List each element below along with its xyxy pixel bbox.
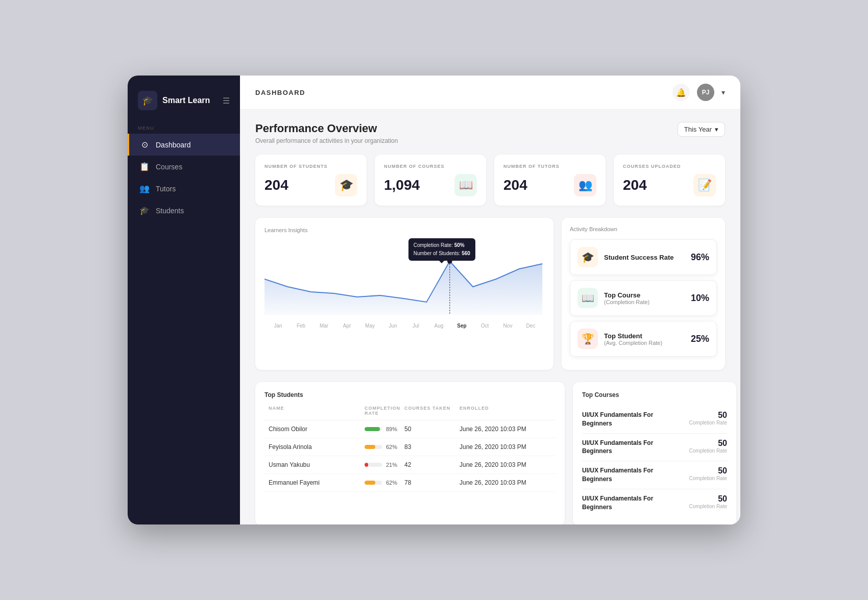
th-name: NAME [269, 406, 360, 416]
progress-fill-1 [365, 427, 380, 431]
student-enrolled-2: June 26, 2020 10:03 PM [460, 443, 551, 451]
tutors-stat-icon: 👥 [574, 174, 596, 196]
student-name-1: Chisom Obilor [269, 426, 360, 433]
progress-bg-3 [365, 463, 382, 467]
tooltip-completion-label: Completion Rate: 50% [414, 241, 470, 249]
progress-pct-4: 62% [386, 480, 400, 486]
tutors-icon: 👥 [139, 184, 150, 193]
success-rate-title: Student Success Rate [604, 254, 685, 261]
notification-button[interactable]: 🔔 [672, 84, 690, 101]
table-row: Feyisola Arinola 62% 83 June 26, 2020 10… [264, 438, 556, 456]
progress-bg-2 [365, 445, 382, 449]
student-name-4: Emmanuel Fayemi [269, 479, 360, 486]
student-enrolled-4: June 26, 2020 10:03 PM [460, 479, 551, 486]
courses-stat-icon: 📖 [454, 174, 477, 196]
user-dropdown-button[interactable]: ▾ [721, 88, 725, 96]
bottom-row: Top Students NAME COMPLETION RATE COURSE… [255, 382, 725, 524]
sidebar: 🎓 Smart Learn ☰ MENU ⊙ Dashboard 📋 Cours… [128, 76, 240, 524]
student-name-3: Usman Yakubu [269, 461, 360, 468]
progress-bg-1 [365, 427, 382, 431]
course-item-1: UI/UX Fundamentals For Beginners 50 Comp… [582, 406, 727, 434]
sidebar-item-dashboard[interactable]: ⊙ Dashboard [128, 134, 240, 156]
table-row: Emmanuel Fayemi 62% 78 June 26, 2020 10:… [264, 474, 556, 492]
progress-fill-4 [365, 481, 375, 485]
th-enrolled: ENROLLED [460, 406, 551, 416]
top-student-icon: 🏆 [577, 329, 598, 349]
uploaded-stat-bottom: 204 📝 [623, 174, 716, 196]
th-rate: COMPLETION RATE [365, 406, 400, 416]
chart-area: Completion Rate: 50% Number of Students:… [264, 238, 544, 320]
top-students-label: Top Students [264, 391, 556, 398]
chevron-down-icon: ▾ [715, 126, 718, 133]
top-course-value: 10% [691, 293, 709, 304]
success-rate-icon: 🎓 [577, 247, 598, 267]
th-courses: COURSES TAKEN [404, 406, 455, 416]
students-stat-label: NUMBER OF STUDENTS [264, 164, 357, 169]
students-icon: 🎓 [139, 206, 150, 215]
x-label-mar: Mar [312, 323, 335, 329]
student-enrolled-3: June 26, 2020 10:03 PM [460, 461, 551, 468]
student-courses-3: 42 [404, 461, 455, 468]
x-label-jan: Jan [267, 323, 290, 329]
tutors-stat-label: NUMBER OF TUTORS [503, 164, 596, 169]
charts-row: Learners Insights Completion Rate: 50% N… [255, 218, 725, 370]
progress-pct-2: 62% [386, 444, 400, 450]
performance-subtitle: Overall performance of activities in you… [255, 137, 398, 144]
course-item-2: UI/UX Fundamentals For Beginners 50 Comp… [582, 434, 727, 462]
course-rate-1: 50 Completion Rate [689, 411, 727, 426]
logo-icon: 🎓 [138, 91, 157, 110]
top-course-subtitle: (Completion Rate) [604, 299, 685, 305]
student-name-2: Feyisola Arinola [269, 443, 360, 451]
student-courses-4: 78 [404, 479, 455, 486]
sidebar-item-students[interactable]: 🎓 Students [128, 199, 240, 221]
students-stat-icon: 🎓 [335, 174, 357, 196]
sidebar-item-tutors[interactable]: 👥 Tutors [128, 178, 240, 199]
x-label-jun: Jun [381, 323, 404, 329]
students-stat-value: 204 [264, 177, 288, 193]
tooltip-students-label: Number of Students: 560 [414, 249, 470, 258]
table-row: Usman Yakubu 21% 42 June 26, 2020 10:03 … [264, 456, 556, 474]
course-rate-3: 50 Completion Rate [689, 466, 727, 481]
x-label-oct: Oct [473, 323, 496, 329]
stat-cards-container: NUMBER OF STUDENTS 204 🎓 NUMBER OF COURS… [255, 155, 725, 206]
line-chart-svg [264, 238, 544, 315]
topbar: DASHBOARD 🔔 PJ ▾ [240, 76, 740, 110]
year-selector-button[interactable]: This Year ▾ [678, 122, 725, 137]
course-item-3: UI/UX Fundamentals For Beginners 50 Comp… [582, 461, 727, 489]
progress-bg-4 [365, 481, 382, 485]
student-rate-1: 89% [365, 426, 400, 432]
progress-fill-2 [365, 445, 375, 449]
learners-insights-label: Learners Insights [264, 227, 544, 233]
sidebar-item-courses[interactable]: 📋 Courses [128, 156, 240, 178]
activity-breakdown-card: Activity Breakdown 🎓 Student Success Rat… [562, 218, 725, 370]
app-name: Smart Learn [162, 95, 210, 105]
x-label-feb: Feb [290, 323, 312, 329]
hamburger-icon[interactable]: ☰ [223, 96, 230, 106]
top-course-icon: 📖 [577, 288, 598, 308]
courses-stat-value: 1,094 [384, 177, 420, 193]
top-courses-card: Top Courses UI/UX Fundamentals For Begin… [573, 382, 736, 524]
course-item-4: UI/UX Fundamentals For Beginners 50 Comp… [582, 489, 727, 517]
uploaded-stat-label: COURSES UPLOADED [623, 164, 716, 169]
chart-tooltip: Completion Rate: 50% Number of Students:… [408, 238, 475, 261]
dashboard-icon: ⊙ [139, 140, 150, 149]
x-label-apr: Apr [335, 323, 358, 329]
course-name-2: UI/UX Fundamentals For Beginners [582, 439, 664, 456]
page-title: DASHBOARD [255, 89, 305, 96]
tutors-stat-value: 204 [503, 177, 527, 193]
student-rate-2: 62% [365, 444, 400, 450]
student-rate-3: 21% [365, 462, 400, 468]
topbar-right: 🔔 PJ ▾ [672, 84, 725, 101]
top-student-subtitle: (Avg. Completion Rate) [604, 340, 685, 346]
course-rate-4: 50 Completion Rate [689, 494, 727, 509]
stat-card-uploaded: COURSES UPLOADED 204 📝 [614, 155, 725, 206]
x-label-sep: Sep [450, 323, 473, 329]
stat-card-courses: NUMBER OF COURSES 1,094 📖 [375, 155, 486, 206]
learners-insights-card: Learners Insights Completion Rate: 50% N… [255, 218, 553, 370]
x-label-nov: Nov [496, 323, 519, 329]
top-student-value: 25% [691, 334, 709, 344]
progress-fill-3 [365, 463, 368, 467]
top-course-text: Top Course (Completion Rate) [604, 291, 685, 305]
course-name-4: UI/UX Fundamentals For Beginners [582, 494, 664, 512]
student-courses-2: 83 [404, 443, 455, 451]
